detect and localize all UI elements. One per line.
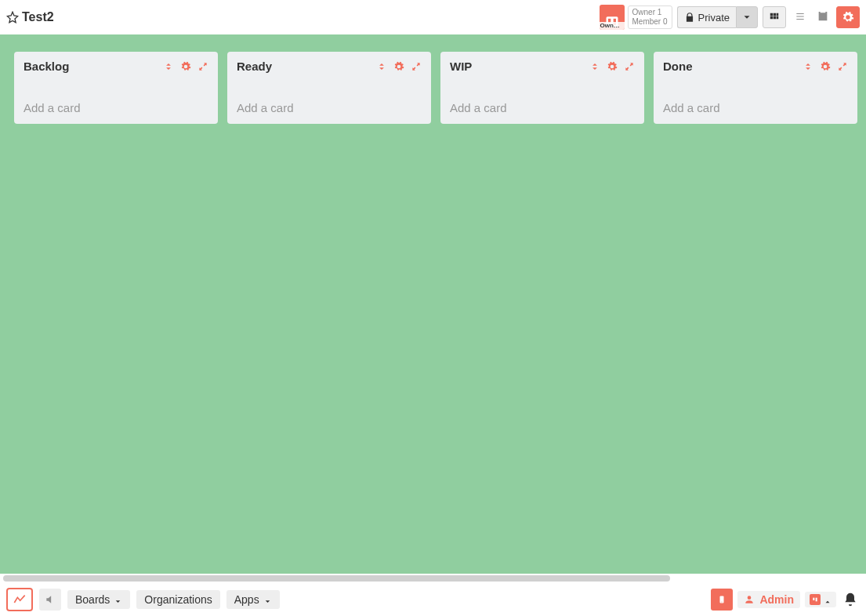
apps-menu[interactable]: Apps bbox=[226, 590, 280, 609]
collapse-icon[interactable] bbox=[197, 61, 208, 72]
list-actions bbox=[803, 61, 848, 72]
list-header: Ready bbox=[237, 60, 422, 73]
boards-menu[interactable]: Boards bbox=[67, 590, 130, 609]
list-backlog[interactable]: Backlog Add a card bbox=[14, 52, 218, 124]
bottom-bar-right: Admin bbox=[711, 589, 860, 611]
gear-icon[interactable] bbox=[393, 61, 404, 72]
member-count-label: Member 0 bbox=[632, 17, 668, 27]
calendar-view-button[interactable] bbox=[814, 10, 832, 25]
bottom-bar-left: Boards Organizations Apps bbox=[6, 588, 280, 611]
owner-badge[interactable]: Own… Owner 1 Member 0 bbox=[600, 5, 672, 30]
lock-icon bbox=[684, 12, 695, 23]
list-done[interactable]: Done Add a card bbox=[654, 52, 857, 124]
gear-icon[interactable] bbox=[180, 61, 191, 72]
user-label: Admin bbox=[759, 593, 794, 606]
top-bar-left: Test2 bbox=[6, 10, 54, 24]
owner-avatar[interactable]: Own… bbox=[600, 5, 625, 30]
horizontal-scrollbar[interactable] bbox=[0, 574, 866, 583]
list-icon bbox=[793, 11, 807, 22]
privacy-dropdown-toggle[interactable] bbox=[736, 6, 758, 28]
star-icon[interactable] bbox=[6, 11, 19, 24]
caret-down-icon bbox=[263, 596, 272, 604]
privacy-label: Private bbox=[698, 12, 730, 24]
board-icon bbox=[810, 594, 821, 605]
add-card-button[interactable]: Add a card bbox=[663, 101, 848, 114]
notifications-button[interactable] bbox=[841, 590, 860, 609]
svg-rect-5 bbox=[813, 598, 814, 600]
list-title[interactable]: Done bbox=[663, 60, 693, 73]
add-card-button[interactable]: Add a card bbox=[450, 101, 635, 114]
owner-avatar-label: Own… bbox=[600, 22, 625, 30]
board-title[interactable]: Test2 bbox=[22, 10, 54, 24]
board-switcher[interactable] bbox=[805, 592, 836, 607]
sound-button[interactable] bbox=[39, 589, 61, 611]
boards-label: Boards bbox=[75, 593, 110, 606]
caret-up-icon bbox=[824, 596, 832, 603]
orgs-label: Organizations bbox=[144, 593, 212, 606]
top-bar: Test2 Own… Owner 1 Member 0 Private bbox=[0, 0, 866, 34]
caret-down-icon bbox=[741, 12, 752, 23]
calendar-icon bbox=[817, 10, 829, 23]
list-actions bbox=[589, 61, 635, 72]
gear-icon[interactable] bbox=[607, 61, 618, 72]
mobile-button[interactable] bbox=[711, 589, 733, 611]
gear-icon[interactable] bbox=[820, 61, 831, 72]
settings-button[interactable] bbox=[836, 6, 860, 28]
list-title[interactable]: Ready bbox=[237, 60, 272, 73]
list-title[interactable]: WIP bbox=[450, 60, 472, 73]
board-canvas: Backlog Add a card Ready Add a card bbox=[0, 34, 866, 574]
grid-icon bbox=[767, 12, 781, 23]
owner-count-label: Owner 1 bbox=[632, 8, 668, 17]
sort-icon[interactable] bbox=[376, 61, 387, 72]
svg-rect-6 bbox=[816, 598, 817, 602]
apps-label: Apps bbox=[234, 593, 259, 606]
grid-view-button[interactable] bbox=[763, 6, 786, 28]
sort-icon[interactable] bbox=[163, 61, 174, 72]
collapse-icon[interactable] bbox=[837, 61, 848, 72]
list-actions bbox=[376, 61, 422, 72]
owner-meta: Owner 1 Member 0 bbox=[628, 5, 672, 29]
sort-icon[interactable] bbox=[589, 61, 600, 72]
list-view-button[interactable] bbox=[791, 11, 810, 24]
list-title[interactable]: Backlog bbox=[24, 60, 69, 73]
lists-container: Backlog Add a card Ready Add a card bbox=[0, 34, 866, 574]
user-chip[interactable]: Admin bbox=[737, 591, 800, 608]
privacy-button[interactable]: Private bbox=[677, 6, 736, 28]
user-icon bbox=[744, 594, 755, 605]
scroll-thumb[interactable] bbox=[3, 575, 670, 582]
list-wip[interactable]: WIP Add a card bbox=[440, 52, 644, 124]
collapse-icon[interactable] bbox=[624, 61, 635, 72]
privacy-button-group: Private bbox=[677, 6, 758, 28]
logo-button[interactable] bbox=[6, 588, 33, 611]
caret-down-icon bbox=[114, 596, 122, 604]
top-bar-right: Own… Owner 1 Member 0 Private bbox=[600, 5, 860, 30]
bottom-bar: Boards Organizations Apps Admin bbox=[0, 583, 866, 616]
add-card-button[interactable]: Add a card bbox=[237, 101, 422, 114]
list-header: Backlog bbox=[24, 60, 208, 73]
add-card-button[interactable]: Add a card bbox=[24, 101, 208, 114]
list-actions bbox=[163, 61, 208, 72]
list-header: Done bbox=[663, 60, 848, 73]
collapse-icon[interactable] bbox=[411, 61, 422, 72]
organizations-menu[interactable]: Organizations bbox=[136, 590, 219, 609]
list-header: WIP bbox=[450, 60, 635, 73]
speaker-icon bbox=[45, 594, 56, 605]
gear-icon bbox=[842, 11, 854, 24]
list-ready[interactable]: Ready Add a card bbox=[227, 52, 431, 124]
sort-icon[interactable] bbox=[803, 61, 813, 72]
